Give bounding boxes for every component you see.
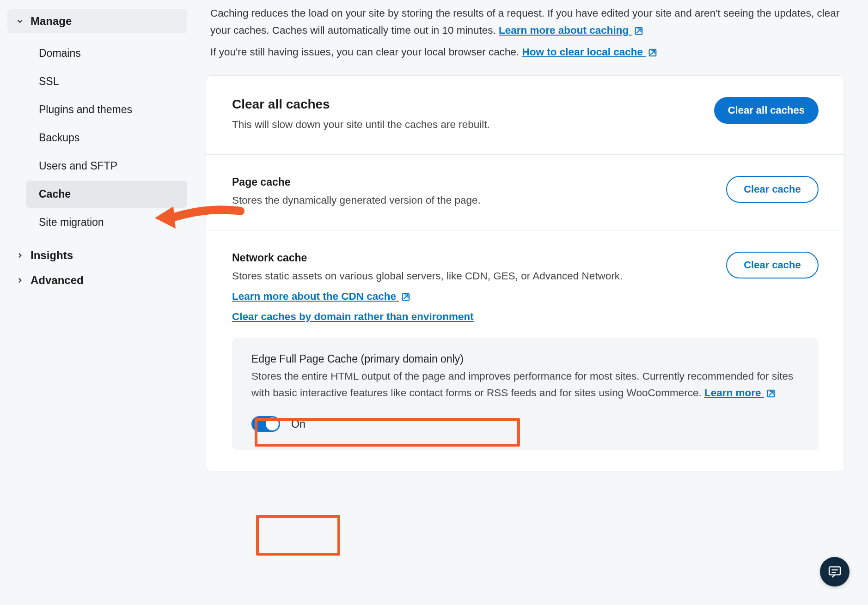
chevron-down-icon bbox=[16, 17, 24, 25]
clear-network-cache-button[interactable]: Clear cache bbox=[726, 252, 819, 278]
clear-page-cache-button[interactable]: Clear cache bbox=[726, 176, 819, 203]
edge-cache-desc: Stores the entire HTML output of the pag… bbox=[251, 368, 799, 401]
edge-cache-toggle[interactable] bbox=[251, 416, 280, 432]
page-cache-heading: Page cache bbox=[232, 176, 708, 188]
clear-all-section: Clear all caches This will slow down you… bbox=[206, 76, 844, 155]
cdn-cache-link[interactable]: Learn more about the CDN cache bbox=[232, 290, 411, 302]
toggle-knob bbox=[266, 417, 279, 430]
sidebar-item-cache[interactable]: Cache bbox=[26, 181, 187, 208]
intro-line2: If you're still having issues, you can c… bbox=[210, 46, 522, 58]
sidebar-item-users[interactable]: Users and SFTP bbox=[26, 152, 187, 180]
sidebar-group-label: Advanced bbox=[31, 274, 84, 287]
chevron-right-icon bbox=[16, 276, 24, 284]
clear-local-cache-link[interactable]: How to clear local cache bbox=[522, 46, 658, 58]
sidebar: Manage Domains SSL Plugins and themes Ba… bbox=[0, 0, 196, 605]
sidebar-item-migration[interactable]: Site migration bbox=[26, 209, 187, 236]
svg-rect-5 bbox=[829, 567, 840, 575]
sidebar-group-insights[interactable]: Insights bbox=[7, 243, 187, 267]
clear-all-desc: This will slow down your site until the … bbox=[232, 116, 696, 133]
sidebar-item-domains[interactable]: Domains bbox=[26, 40, 187, 67]
sidebar-group-label: Insights bbox=[31, 249, 73, 262]
sidebar-group-label: Manage bbox=[31, 15, 72, 28]
sidebar-group-advanced[interactable]: Advanced bbox=[7, 268, 187, 292]
clear-all-heading: Clear all caches bbox=[232, 97, 696, 112]
network-cache-heading: Network cache bbox=[232, 252, 708, 264]
network-cache-desc: Stores static assets on various global s… bbox=[232, 268, 708, 284]
edge-cache-heading: Edge Full Page Cache (primary domain onl… bbox=[251, 353, 799, 365]
external-link-icon bbox=[634, 26, 644, 36]
sidebar-item-ssl[interactable]: SSL bbox=[26, 68, 187, 95]
clear-by-domain-link[interactable]: Clear caches by domain rather than envir… bbox=[232, 311, 474, 322]
sidebar-group-manage[interactable]: Manage bbox=[7, 9, 187, 33]
edge-learn-more-link[interactable]: Learn more bbox=[704, 387, 776, 399]
chevron-right-icon bbox=[16, 251, 24, 260]
edge-cache-toggle-label: On bbox=[291, 418, 306, 430]
main-content: Caching reduces the load on your site by… bbox=[196, 0, 868, 605]
sidebar-manage-items: Domains SSL Plugins and themes Backups U… bbox=[7, 33, 187, 242]
sidebar-item-plugins[interactable]: Plugins and themes bbox=[26, 96, 187, 123]
external-link-icon bbox=[401, 292, 411, 302]
sidebar-item-backups[interactable]: Backups bbox=[26, 124, 187, 151]
chat-button[interactable] bbox=[820, 557, 850, 587]
clear-all-caches-button[interactable]: Clear all caches bbox=[714, 97, 819, 124]
chat-icon bbox=[827, 564, 842, 579]
page-cache-desc: Stores the dynamically generated version… bbox=[232, 192, 708, 209]
cache-card: Clear all caches This will slow down you… bbox=[206, 75, 845, 472]
edge-cache-panel: Edge Full Page Cache (primary domain onl… bbox=[232, 338, 819, 450]
page-cache-section: Page cache Stores the dynamically genera… bbox=[206, 155, 844, 230]
external-link-icon bbox=[648, 48, 658, 58]
intro-text: Caching reduces the load on your site by… bbox=[206, 0, 845, 75]
learn-more-caching-link[interactable]: Learn more about caching bbox=[499, 24, 644, 36]
external-link-icon bbox=[766, 388, 776, 399]
network-cache-section: Network cache Stores static assets on va… bbox=[206, 230, 844, 472]
